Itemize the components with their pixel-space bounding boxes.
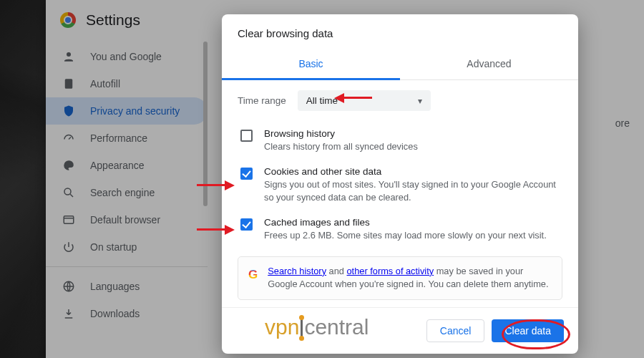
option-cookies[interactable]: Cookies and other site data Signs you ou… — [240, 160, 562, 211]
other-activity-link[interactable]: other forms of activity — [347, 266, 434, 276]
option-browsing-history[interactable]: Browsing history Clears history from all… — [240, 122, 562, 160]
clear-browsing-data-dialog: Clear browsing data Basic Advanced Time … — [222, 14, 578, 354]
checkbox-cookies[interactable] — [240, 168, 253, 180]
option-cached[interactable]: Cached images and files Frees up 2.6 MB.… — [240, 211, 562, 249]
annotation-arrow-timerange — [342, 97, 372, 99]
dialog-tabs: Basic Advanced — [222, 51, 578, 80]
annotation-circle-clear-data — [502, 319, 570, 349]
tab-basic[interactable]: Basic — [222, 51, 400, 80]
option-title: Browsing history — [264, 128, 418, 139]
annotation-arrow-cached — [197, 228, 227, 231]
timerange-value: All time — [306, 95, 338, 106]
dialog-title: Clear browsing data — [222, 14, 578, 49]
option-description: Signs you out of most sites. You'll stay… — [264, 178, 562, 204]
google-g-icon: G — [248, 266, 258, 284]
checkbox-browsing-history[interactable] — [240, 130, 253, 142]
checkbox-cached[interactable] — [240, 218, 253, 231]
option-description: Clears history from all synced devices — [264, 140, 418, 153]
search-history-link[interactable]: Search history — [268, 266, 326, 276]
option-description: Frees up 2.6 MB. Some sites may load mor… — [264, 229, 547, 242]
chevron-down-icon: ▾ — [418, 96, 422, 106]
option-title: Cookies and other site data — [264, 166, 562, 177]
annotation-arrow-cookies — [197, 184, 227, 186]
timerange-select[interactable]: All time ▾ — [298, 90, 431, 111]
timerange-label: Time range — [238, 95, 286, 106]
option-title: Cached images and files — [264, 217, 547, 228]
watermark-vpncentral: vpncentral — [265, 315, 369, 339]
cancel-button[interactable]: Cancel — [426, 319, 485, 342]
tab-advanced[interactable]: Advanced — [400, 51, 578, 79]
google-account-info: G Search history and other forms of acti… — [238, 256, 562, 300]
